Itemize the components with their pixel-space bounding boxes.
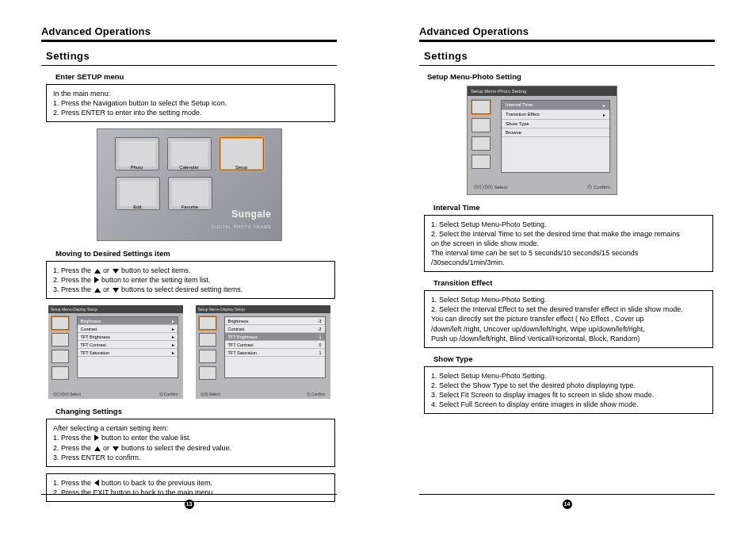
instruction-box: 1. Select Setup Menu-Photo Setting. 2. S… <box>424 215 713 273</box>
content: Enter SETUP menu In the main menu: 1. Pr… <box>41 72 337 503</box>
down-icon <box>113 446 119 451</box>
up-icon <box>94 269 101 274</box>
side-icon <box>472 100 491 114</box>
side-icon <box>472 118 491 132</box>
text: In the main menu: <box>53 89 328 98</box>
divider <box>419 65 715 66</box>
tile-photo: Photo <box>115 137 159 170</box>
side-icon <box>52 350 69 363</box>
section-title: Settings <box>46 50 337 62</box>
list-item: Brightness-3 <box>225 317 325 325</box>
subheading-photo-setting: Setup Menu-Photo Setting <box>427 72 715 81</box>
page-footer: 13 <box>0 494 378 509</box>
instruction-box: 1. Press the or button to select items. … <box>46 261 335 299</box>
text: 2. Press the button to enter the setting… <box>53 275 328 285</box>
side-icon <box>472 155 491 169</box>
instruction-box: 1. Select Setup Menu-Photo Setting. 2. S… <box>424 290 713 348</box>
text: 2. Press the or buttons to select the de… <box>53 443 328 453</box>
page-number: 13 <box>185 500 194 509</box>
divider <box>41 40 337 42</box>
side-icon <box>52 316 69 330</box>
list-item: Browse <box>502 128 609 137</box>
subheading-changing: Changing Settings <box>55 407 337 415</box>
subheading-moving: Moving to Desired Settings item <box>55 249 337 258</box>
list-item: Contrast-2 <box>225 325 325 333</box>
list-item: Contrast▸ <box>78 325 178 333</box>
text: on the screen in slide show mode. <box>431 239 706 248</box>
tile-calendar: Calendar <box>167 137 212 170</box>
page-footer: 14 <box>378 494 756 509</box>
content: Setup Menu-Photo Setting Setup Menu-Phot… <box>419 72 715 415</box>
list-item: TFT Saturation1 <box>225 349 325 357</box>
divider <box>419 40 715 42</box>
foot-left: ⓄⓁⒹⒶ Select <box>474 184 507 191</box>
text: 3. Press ENTER to confirm. <box>53 453 328 462</box>
list-item: TFT Saturation▸ <box>78 349 178 357</box>
text: 3. Select Fit Screen to display images f… <box>431 390 706 400</box>
side-icon <box>199 316 216 330</box>
text: 1. Press the button to back to the previ… <box>53 478 328 488</box>
subheading-enter-setup: Enter SETUP menu <box>55 72 337 81</box>
tile-setup: Setup <box>220 137 264 170</box>
titlebar: Setup Menu-Photo Setting <box>468 86 617 96</box>
side-icon <box>199 350 216 363</box>
page-number: 14 <box>563 500 572 509</box>
down-icon <box>113 269 119 274</box>
text: /30seconds/1min/3min. <box>431 258 706 267</box>
text: 2. Select the Interval Effect to set the… <box>431 304 706 314</box>
left-icon <box>94 480 99 486</box>
text: 1. Select Setup Menu-Photo Setting. <box>431 295 706 304</box>
side-icon <box>52 333 69 346</box>
brand-logo: Sungale <box>231 209 271 220</box>
list-item: TFT Brightness▸ <box>78 333 178 341</box>
list-item: TFT Brightness-1 <box>225 333 325 341</box>
foot-left: ⓄⓁⒹⒶ Select <box>53 392 81 396</box>
list-item: TFT Contrast0 <box>225 341 325 349</box>
list-item: Interval Time▸ <box>502 101 609 110</box>
screenshot-display-a: Setup Menu-Display Setup Brightness▸ Con… <box>48 305 183 399</box>
text: Push up /down/left/right, Blind Vertical… <box>431 334 706 343</box>
titlebar: Setup Menu-Display Setup <box>48 305 183 313</box>
list-item: Brightness▸ <box>78 317 178 325</box>
text: /down/left /right, Uncover up/down/left/… <box>431 324 706 334</box>
foot-right: Ⓞ Confirm <box>587 184 610 191</box>
instruction-box: In the main menu: 1. Press the Navigatio… <box>46 84 335 122</box>
brand-sub: DIGITAL PHOTO FRAME <box>212 224 272 229</box>
text: 4. Select Full Screen to display entire … <box>431 400 706 409</box>
down-icon <box>113 288 119 293</box>
screenshot-main-menu: Photo Calendar Setup Edit Favorite Sunga… <box>97 128 282 241</box>
foot-right: Ⓞ Confirm <box>159 392 178 396</box>
side-icon <box>52 366 69 380</box>
up-icon <box>94 288 101 293</box>
tile-edit: Edit <box>116 177 160 210</box>
text: 1. Select Setup Menu-Photo Setting. <box>431 220 706 229</box>
page-right: Advanced Operations Settings Setup Menu-… <box>378 0 756 536</box>
page-left: Advanced Operations Settings Enter SETUP… <box>0 0 378 536</box>
text: You can directly set the picture transfe… <box>431 314 706 324</box>
instruction-box: 1. Select Setup Menu-Photo Setting. 2. S… <box>424 366 713 415</box>
list-item: Transition Effect▸ <box>502 110 609 120</box>
text: 2. Select the Interval Time to set the d… <box>431 229 706 239</box>
subheading-showtype: Show Type <box>433 354 715 363</box>
screenshot-display-b: Setup Menu-Display Setup Brightness-3 Co… <box>196 305 330 399</box>
titlebar: Setup Menu-Display Setup <box>196 305 330 313</box>
page-header: Advanced Operations <box>419 25 715 37</box>
list-item: TFT Contrast▸ <box>78 341 178 349</box>
divider <box>41 65 337 66</box>
side-icon <box>472 136 491 151</box>
foot-left: ⓄⒹ Select <box>200 392 220 396</box>
screenshot-photo-setting: Setup Menu-Photo Setting Interval Time▸ … <box>467 86 617 195</box>
up-icon <box>94 446 101 451</box>
text: 2. Press ENTER to enter into the setting… <box>53 108 328 117</box>
screenshot-pair: Setup Menu-Display Setup Brightness▸ Con… <box>41 305 337 399</box>
tile-favorite: Favorite <box>168 177 212 210</box>
tile-blank <box>220 177 263 210</box>
text: After selecting a certain setting item: <box>53 423 328 433</box>
text: The interval time can be set to 5 second… <box>431 248 706 258</box>
text: 3. Press the or buttons to select desire… <box>53 285 328 294</box>
page-header: Advanced Operations <box>41 25 337 37</box>
text: 1. Press the or button to select items. <box>53 266 328 275</box>
right-icon <box>94 435 99 441</box>
text: 1. Select Setup Menu-Photo Setting. <box>431 371 706 381</box>
side-icon <box>199 333 216 346</box>
